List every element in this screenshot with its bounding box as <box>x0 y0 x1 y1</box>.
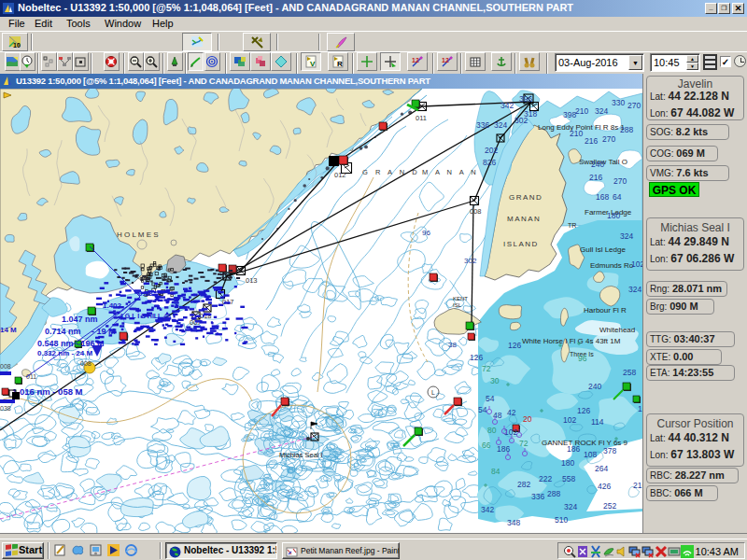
svg-text:216: 216 <box>633 481 642 490</box>
svg-text:180: 180 <box>561 458 574 468</box>
svg-text:White Horse I Fl G 4s 43ft 1M: White Horse I Fl G 4s 43ft 1M <box>522 337 621 345</box>
svg-text:396: 396 <box>519 94 532 104</box>
svg-text:Edmunds Ro: Edmunds Ro <box>590 261 634 270</box>
svg-text:324: 324 <box>628 285 641 294</box>
svg-text:324: 324 <box>564 502 577 511</box>
svg-text:72: 72 <box>519 439 529 448</box>
svg-text:210: 210 <box>575 106 588 116</box>
svg-text:12: 12 <box>412 57 419 63</box>
svg-text:126: 126 <box>577 406 590 415</box>
svg-text:264: 264 <box>595 464 608 473</box>
svg-text:Gull Isl Ledge: Gull Isl Ledge <box>580 245 626 254</box>
svg-text:826: 826 <box>483 158 496 167</box>
svg-text:L: L <box>431 389 435 396</box>
svg-text:008: 008 <box>0 363 11 370</box>
svg-text:54: 54 <box>478 405 487 414</box>
svg-text:240: 240 <box>588 382 601 391</box>
svg-text:324: 324 <box>595 106 608 116</box>
svg-text:Harbour Fl R: Harbour Fl R <box>584 306 627 315</box>
svg-text:20: 20 <box>523 414 532 424</box>
svg-text:114: 114 <box>591 417 604 427</box>
svg-text:186: 186 <box>567 444 580 454</box>
svg-text:Whitehead: Whitehead <box>599 326 635 334</box>
svg-text:302: 302 <box>464 257 477 265</box>
svg-text:66: 66 <box>482 441 491 450</box>
svg-text:54: 54 <box>486 394 495 403</box>
svg-text:282: 282 <box>517 480 530 489</box>
svg-text:324: 324 <box>620 231 633 241</box>
svg-text:0.714 nm: 0.714 nm <box>45 327 81 336</box>
svg-text:008: 008 <box>80 360 92 367</box>
svg-text:12: 12 <box>442 57 449 63</box>
svg-text:288: 288 <box>547 489 560 498</box>
svg-text:336: 336 <box>531 492 544 501</box>
svg-text:14 M: 14 M <box>0 326 17 334</box>
svg-text:1.016 nm - 058 M: 1.016 nm - 058 M <box>12 386 83 397</box>
svg-text:013: 013 <box>246 276 258 285</box>
svg-text:270: 270 <box>627 101 641 110</box>
svg-text:222: 222 <box>539 474 552 483</box>
svg-text:288: 288 <box>620 125 633 134</box>
svg-text:Michias Seal I: Michias Seal I <box>279 451 323 459</box>
svg-text:012: 012 <box>334 171 346 179</box>
svg-text:R: R <box>337 60 343 68</box>
svg-text:KENT: KENT <box>453 296 468 301</box>
svg-text:018: 018 <box>200 312 212 320</box>
svg-text:ISLAND: ISLAND <box>503 240 539 248</box>
svg-text:72: 72 <box>482 364 491 373</box>
svg-text:0.38: 0.38 <box>138 289 153 298</box>
svg-text:270: 270 <box>613 176 627 186</box>
svg-text:126: 126 <box>508 341 521 350</box>
svg-text:M A N A N: M A N A N <box>422 168 479 176</box>
svg-text:240: 240 <box>591 160 604 169</box>
svg-text:64: 64 <box>613 192 622 202</box>
svg-text:126: 126 <box>470 353 483 362</box>
svg-text:348: 348 <box>507 518 520 527</box>
svg-text:MANAN: MANAN <box>507 215 541 223</box>
svg-text:96: 96 <box>578 354 587 363</box>
svg-text:324: 324 <box>494 120 507 130</box>
svg-text:96: 96 <box>422 229 430 237</box>
svg-text:378: 378 <box>603 446 616 455</box>
svg-text:1.047 nm: 1.047 nm <box>62 315 98 324</box>
svg-text:330: 330 <box>612 98 625 107</box>
svg-text:V: V <box>310 60 316 68</box>
svg-text:510: 510 <box>555 515 568 525</box>
svg-text:80: 80 <box>487 426 497 435</box>
svg-text:30: 30 <box>490 376 500 385</box>
svg-text:216: 216 <box>585 136 598 146</box>
svg-text:42: 42 <box>507 408 516 417</box>
svg-text:270: 270 <box>602 134 615 144</box>
svg-text:038: 038 <box>0 405 11 412</box>
svg-text:342: 342 <box>481 505 494 514</box>
svg-text:011: 011 <box>416 114 427 122</box>
svg-text:102: 102 <box>563 415 576 425</box>
svg-text:318: 318 <box>524 109 537 119</box>
svg-text:011: 011 <box>26 373 36 380</box>
svg-text:180: 180 <box>607 211 620 220</box>
svg-text:258: 258 <box>623 368 636 377</box>
svg-text:TR: TR <box>568 222 576 229</box>
svg-text:558: 558 <box>562 474 575 483</box>
svg-text:102: 102 <box>631 259 642 269</box>
svg-text:1.402: 1.402 <box>103 301 122 310</box>
svg-text:202: 202 <box>485 146 498 155</box>
svg-text:GRAND: GRAND <box>509 193 543 202</box>
svg-text:H O L M E S: H O L M E S <box>117 231 159 239</box>
svg-text:48: 48 <box>493 411 502 420</box>
svg-text:210: 210 <box>570 129 583 138</box>
svg-text:108: 108 <box>584 450 597 459</box>
svg-text:168: 168 <box>596 192 609 202</box>
svg-text:38: 38 <box>448 341 457 349</box>
svg-text:G R A N D: G R A N D <box>362 168 420 176</box>
svg-text:10: 10 <box>13 42 21 49</box>
svg-text:216: 216 <box>589 173 602 182</box>
svg-text:336: 336 <box>476 120 489 130</box>
svg-text:008: 008 <box>470 207 482 216</box>
svg-text:ISL: ISL <box>453 302 462 308</box>
svg-text:342: 342 <box>500 101 514 110</box>
svg-text:4 G L I S HILL 48: 4 G L I S HILL 48 <box>120 313 171 319</box>
svg-text:84: 84 <box>491 467 500 476</box>
svg-text:426: 426 <box>598 482 611 491</box>
svg-text:252: 252 <box>603 501 616 511</box>
